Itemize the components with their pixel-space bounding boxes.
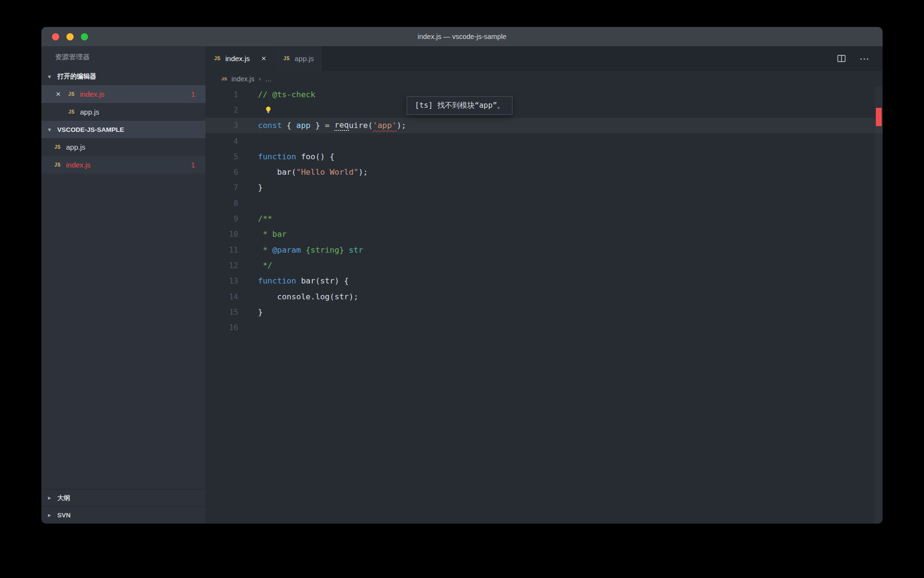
sidebar-title: 资源管理器 — [41, 46, 205, 68]
window-controls — [52, 27, 88, 46]
open-editor-item-app-js[interactable]: JS app.js — [41, 103, 205, 121]
code-lines: 1// @ts-check23const { app } = require('… — [205, 87, 883, 335]
tab-index-js[interactable]: JS index.js × — [205, 46, 275, 71]
line-number: 2 — [205, 105, 238, 115]
code-line[interactable]: 15} — [205, 304, 883, 320]
js-file-icon: JS — [214, 56, 220, 61]
code-token: ); — [397, 121, 406, 130]
svn-label: SVN — [57, 512, 71, 519]
chevron-down-icon: ▾ — [48, 74, 53, 80]
js-file-icon: JS — [54, 144, 61, 150]
minimize-window-button[interactable] — [66, 33, 74, 40]
close-window-button[interactable] — [52, 33, 59, 40]
code-content: /** — [238, 214, 272, 223]
code-content: console.log(str); — [238, 292, 359, 301]
overview-ruler[interactable] — [875, 87, 883, 524]
js-file-icon: JS — [221, 77, 227, 81]
file-name: index.js — [80, 90, 104, 98]
code-token: req — [334, 120, 349, 131]
code-line[interactable]: 11 * @param {string} str — [205, 242, 883, 257]
code-line[interactable]: 12 */ — [205, 257, 883, 273]
chevron-right-icon: ▸ — [48, 512, 53, 518]
code-content: function bar(str) { — [238, 276, 349, 285]
close-icon[interactable]: × — [261, 54, 266, 63]
tab-label: app.js — [295, 54, 314, 63]
chevron-right-icon: ▸ — [48, 495, 53, 501]
split-editor-icon[interactable] — [837, 54, 846, 63]
code-line[interactable]: 6 bar("Hello World"); — [205, 164, 883, 180]
code-token: * — [258, 245, 272, 255]
code-area[interactable]: 1// @ts-check23const { app } = require('… — [205, 87, 883, 524]
code-line[interactable]: 8 — [205, 195, 883, 211]
code-line[interactable]: 1// @ts-check — [205, 87, 883, 102]
code-token: } — [258, 183, 263, 192]
section-open-editors[interactable]: ▾ 打开的编辑器 — [41, 68, 205, 85]
outline-label: 大纲 — [57, 494, 70, 502]
zoom-window-button[interactable] — [81, 33, 88, 40]
code-token: ); — [359, 167, 368, 177]
code-token — [301, 245, 306, 255]
code-token: // @ts-check — [258, 90, 315, 99]
code-token: 'app' — [372, 121, 397, 130]
line-number: 9 — [205, 214, 238, 223]
code-token: function — [258, 152, 296, 161]
code-line[interactable]: 9/** — [205, 211, 883, 226]
vscode-window: index.js — vscode-js-sample 资源管理器 ▾ 打开的编… — [41, 27, 883, 524]
code-token: str — [349, 245, 363, 255]
code-line[interactable]: 2 — [205, 102, 883, 117]
code-line[interactable]: 5function foo() { — [205, 149, 883, 164]
open-editor-item-index-js[interactable]: × JS index.js 1 — [41, 85, 205, 103]
code-token: } = — [310, 121, 334, 130]
line-number: 10 — [205, 230, 238, 239]
code-content: function foo() { — [238, 152, 334, 161]
line-number: 14 — [205, 292, 238, 301]
code-token: {string} — [306, 245, 344, 255]
section-svn[interactable]: ▸ SVN — [41, 506, 205, 524]
breadcrumb-file[interactable]: index.js — [231, 75, 254, 83]
code-content: * bar — [238, 230, 287, 239]
explorer-sidebar: 资源管理器 ▾ 打开的编辑器 × JS index.js 1 JS app.js… — [41, 46, 205, 524]
line-number: 16 — [205, 323, 238, 332]
code-token: const — [258, 121, 282, 130]
tree-item-index-js[interactable]: JS index.js 1 — [41, 156, 205, 174]
line-number: 3 — [205, 121, 238, 130]
open-editors-label: 打开的编辑器 — [57, 72, 96, 81]
code-token: console.log(str); — [258, 292, 359, 301]
code-content: const { app } = require('app'); — [238, 120, 406, 131]
tab-bar: JS index.js × JS app.js ⋯ — [205, 46, 883, 71]
breadcrumb-more[interactable]: … — [265, 75, 272, 83]
code-line[interactable]: 10 * bar — [205, 227, 883, 242]
line-number: 13 — [205, 276, 238, 285]
code-token: "Hello World" — [296, 167, 358, 177]
section-project-root[interactable]: ▾ VSCODE-JS-SAMPLE — [41, 121, 205, 138]
breadcrumb: JS index.js › … — [205, 71, 883, 87]
code-token: bar( — [258, 167, 296, 177]
code-line[interactable]: 7} — [205, 180, 883, 195]
close-icon[interactable]: × — [56, 90, 64, 98]
code-content: bar("Hello World"); — [238, 167, 368, 177]
line-number: 8 — [205, 199, 238, 208]
js-file-icon: JS — [54, 162, 61, 167]
code-line[interactable]: 16 — [205, 320, 883, 335]
error-count-badge: 1 — [191, 161, 195, 169]
code-content: } — [238, 183, 263, 192]
js-file-icon: JS — [68, 91, 75, 97]
section-outline[interactable]: ▸ 大纲 — [41, 489, 205, 506]
code-token: { — [282, 121, 296, 130]
code-line[interactable]: 4 — [205, 133, 883, 149]
project-root-label: VSCODE-JS-SAMPLE — [57, 126, 124, 133]
code-token: * bar — [258, 230, 287, 239]
code-line[interactable]: 13function bar(str) { — [205, 273, 883, 289]
code-line[interactable]: 3const { app } = require('app'); — [205, 118, 883, 133]
file-name: index.js — [66, 161, 90, 169]
code-token: @param — [272, 245, 301, 255]
title-bar: index.js — vscode-js-sample — [41, 27, 883, 46]
line-number: 7 — [205, 183, 238, 192]
tree-item-app-js[interactable]: JS app.js — [41, 138, 205, 156]
error-hover-tooltip: [ts] 找不到模块“app”。 — [407, 96, 513, 115]
lightbulb-icon[interactable] — [265, 106, 272, 114]
tab-app-js[interactable]: JS app.js — [275, 46, 323, 71]
code-line[interactable]: 14 console.log(str); — [205, 289, 883, 304]
more-actions-icon[interactable]: ⋯ — [860, 53, 870, 64]
code-token: */ — [258, 261, 272, 270]
